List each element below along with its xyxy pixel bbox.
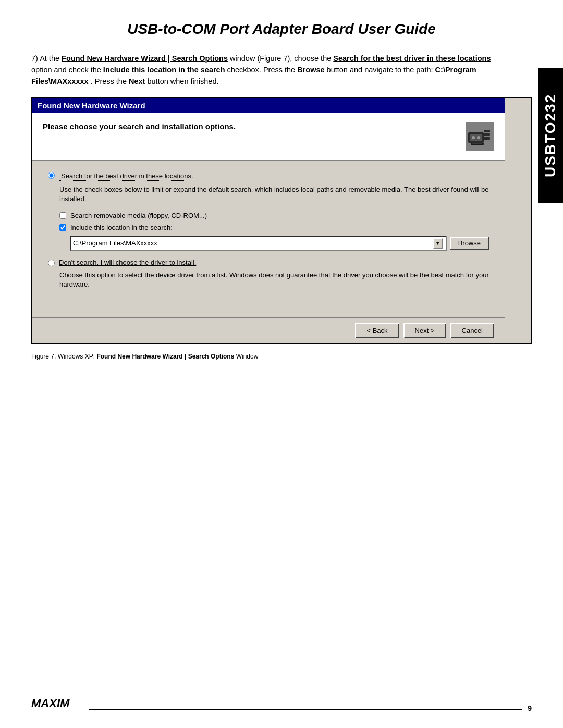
maxim-logo-area: MAXIM 9 <box>31 695 532 712</box>
radio-option-2: Don't search. I will choose the driver t… <box>48 258 489 266</box>
svg-rect-2 <box>470 134 482 141</box>
step-mid1: window (Figure 7), choose the <box>230 54 333 63</box>
checkbox-location[interactable] <box>59 224 66 231</box>
svg-rect-4 <box>484 133 490 136</box>
search-description: Use the check boxes below to limit or ex… <box>59 185 489 204</box>
wizard-header: Please choose your search and installati… <box>32 113 505 161</box>
next-button[interactable]: Next > <box>403 323 446 338</box>
step-mid4: button and navigate to the path: <box>327 66 435 74</box>
step-bold2: Search for the best driver in these loca… <box>333 54 491 63</box>
step-mid5: . Press the <box>91 77 129 85</box>
wizard-body: Search for the best driver in these loca… <box>32 161 505 317</box>
page-title: USB-to-COM Port Adapter Board User Guide <box>31 21 532 38</box>
back-button[interactable]: < Back <box>355 323 399 338</box>
step-bold4: Browse <box>297 66 324 74</box>
wizard-header-text: Please choose your search and installati… <box>43 122 236 131</box>
path-row: ▼ Browse <box>70 236 489 251</box>
checkbox-location-row: Include this location in the search: <box>59 224 489 231</box>
radio-dont-search-label: Don't search. I will choose the driver t… <box>59 258 196 266</box>
step-bold1-underline: Found New Hardware Wizard | Search Optio… <box>62 54 228 63</box>
wizard-title-bar: Found New Hardware Wizard <box>32 98 505 113</box>
dont-search-description: Choose this option to select the device … <box>59 270 489 289</box>
svg-text:MAXIM: MAXIM <box>31 697 70 710</box>
figure-caption: Figure 7. Windows XP: Found New Hardware… <box>31 353 532 360</box>
radio-dont-search-underline: Don't search. I will choose the driver t… <box>59 258 196 266</box>
path-input-wrapper: ▼ <box>70 236 447 251</box>
figure-caption-prefix: Figure 7. Windows XP: <box>31 353 95 360</box>
radio-dont-search[interactable] <box>48 260 55 266</box>
wizard-footer: < Back Next > Cancel <box>32 317 505 343</box>
checkbox-location-label: Include this location in the search: <box>70 224 173 231</box>
step-description: 7) At the Found New Hardware Wizard | Se… <box>31 53 532 87</box>
step-mid3: checkbox. Press the <box>227 66 298 74</box>
svg-point-7 <box>477 136 480 139</box>
radio-search-best-label: Search for the best driver in these loca… <box>59 171 195 181</box>
path-dropdown-button[interactable]: ▼ <box>433 238 443 249</box>
step-bold2-underline: Search for the best driver in these loca… <box>333 54 491 63</box>
hardware-icon <box>466 122 494 151</box>
step-bold6: Next <box>129 77 145 85</box>
maxim-logo: MAXIM <box>31 695 83 712</box>
sidebar-label: USBTO232 <box>538 68 563 203</box>
step-number: 7) <box>31 54 38 63</box>
figure-caption-bold: Found New Hardware Wizard | Search Optio… <box>96 353 234 360</box>
page-number: 9 <box>528 704 532 712</box>
figure-caption-suffix: Window <box>236 353 259 360</box>
radio-option-1: Search for the best driver in these loca… <box>48 171 489 181</box>
spacer <box>48 297 489 312</box>
svg-rect-5 <box>484 137 490 140</box>
step-bold1: Found New Hardware Wizard | Search Optio… <box>62 54 228 63</box>
footer-line <box>89 709 522 710</box>
checkbox-removable-label: Search removable media (floppy, CD-ROM..… <box>70 212 207 219</box>
svg-point-6 <box>472 136 475 139</box>
cancel-button[interactable]: Cancel <box>450 323 494 338</box>
step-mid2: option and check the <box>31 66 103 74</box>
path-input[interactable] <box>73 239 433 247</box>
step-intro: At the <box>40 54 62 63</box>
wizard-dialog: Found New Hardware Wizard Please choose … <box>31 97 532 344</box>
radio-search-best[interactable] <box>48 172 55 179</box>
svg-rect-3 <box>484 130 490 132</box>
step-bold3: Include this location in the search <box>103 66 225 74</box>
step-bold3-underline: Include this location in the search <box>103 66 225 74</box>
step-mid6: button when finished. <box>147 77 218 85</box>
checkbox-removable-row: Search removable media (floppy, CD-ROM..… <box>59 212 489 219</box>
checkbox-removable[interactable] <box>59 212 66 219</box>
browse-button[interactable]: Browse <box>450 237 489 250</box>
